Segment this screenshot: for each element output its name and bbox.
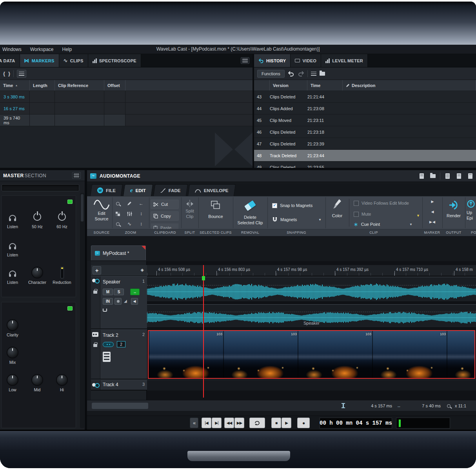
horizontal-scrollbar[interactable] <box>92 403 148 409</box>
ribbon-tab-fade[interactable]: FADE <box>153 184 188 196</box>
record-arm-button[interactable] <box>114 298 122 305</box>
track-header-speaker[interactable]: Speaker 1 M S ↔ IN ◢ ◀ <box>91 276 147 329</box>
history-row[interactable]: 47 Clips Deleted 21:23:39 <box>254 138 476 150</box>
lock-icon[interactable] <box>93 344 97 347</box>
plugin-on-indicator[interactable] <box>67 200 73 204</box>
redo-button[interactable] <box>298 71 304 76</box>
input-button[interactable]: IN <box>103 298 113 305</box>
play-button[interactable]: ▶ <box>282 418 291 428</box>
zoom-vertical-button[interactable]: ↕ <box>137 210 145 218</box>
mute-button[interactable]: M <box>103 289 113 295</box>
marker-row[interactable]: 16 s 27 ms <box>0 103 253 114</box>
tab-clips[interactable]: ∿ CLIPS <box>59 54 88 67</box>
hi-knob[interactable]: Hi <box>51 374 73 392</box>
mix-knob[interactable]: Mix <box>2 347 24 365</box>
ribbon-tab-file[interactable]: w FILE <box>90 184 123 196</box>
video-clip-selected[interactable]: 103 103 103 103 <box>148 330 475 379</box>
history-list-button[interactable] <box>311 71 316 76</box>
history-row[interactable]: 49 Clips Deleted 21:23:55 <box>254 162 476 168</box>
cut-button[interactable]: Cut <box>151 200 179 209</box>
zoom-edit-button[interactable] <box>125 200 133 207</box>
track-name[interactable]: Track 4 <box>103 382 118 387</box>
hum-50hz-control[interactable]: 50 Hz <box>26 211 48 229</box>
forward-button[interactable]: ▶▶ <box>234 418 244 428</box>
monitor-button[interactable]: ◀ <box>131 298 138 305</box>
menu-windows[interactable]: Windows <box>2 47 22 52</box>
marker-row-selected[interactable]: 39 s 740 ms <box>0 114 253 126</box>
zoom-to-start-button[interactable]: ← <box>137 200 145 207</box>
speaker-clip-lane-1[interactable] <box>147 277 476 302</box>
frame-rate-badge[interactable]: 2 <box>117 341 125 347</box>
column-length[interactable]: Length <box>30 80 55 91</box>
listen-control[interactable]: Listen <box>2 267 24 285</box>
snap-to-magnets-checkbox[interactable]: ✓ Snap to Magnets <box>272 203 312 208</box>
waveform-lane-1[interactable] <box>147 277 476 302</box>
more-files-icon[interactable] <box>466 172 474 180</box>
insert-marker-button[interactable]: ▶ <box>427 200 438 203</box>
zoom-audio-button[interactable]: ∿ <box>125 220 133 228</box>
go-to-end-button[interactable]: ▶| <box>212 418 222 428</box>
magnets-dropdown[interactable]: Magnets ▼ <box>272 217 322 222</box>
tab-metadata[interactable]: TA DATA <box>0 54 20 67</box>
ribbon-tab-envelope[interactable]: ENVELOPE <box>188 184 236 196</box>
track-header-track2[interactable]: Track 2 2 2 <box>91 329 147 380</box>
column-version[interactable]: Version <box>270 80 307 91</box>
insert-marker-right-button[interactable]: } <box>8 71 10 76</box>
filmstrip-icon[interactable] <box>103 352 111 362</box>
history-row[interactable]: 46 Clips Deleted 21:23:18 <box>254 126 476 138</box>
stop-button[interactable]: ■ <box>271 418 281 428</box>
column-description[interactable]: Description <box>343 80 476 91</box>
routing-button[interactable]: ↔ <box>130 289 140 295</box>
hum-60hz-control[interactable]: 60 Hz <box>51 211 73 229</box>
focus-track-icon[interactable]: ◈ <box>141 267 144 273</box>
loop-button[interactable] <box>249 418 265 428</box>
plugin-on-indicator[interactable] <box>67 306 73 311</box>
history-row[interactable]: 45 Clip Moved 21:23:11 <box>254 114 476 126</box>
low-knob[interactable]: Low <box>2 374 24 392</box>
column-time[interactable]: Time <box>307 80 343 91</box>
listen-control[interactable]: Listen <box>2 211 24 229</box>
playhead-marker[interactable] <box>202 276 205 280</box>
menu-workspace[interactable]: Workspace <box>30 47 54 52</box>
track4-lane[interactable] <box>147 380 476 391</box>
rewind-button[interactable]: ◀◀ <box>224 418 234 428</box>
zoom-factor-value[interactable]: x 11:1 <box>455 403 476 408</box>
tab-video[interactable]: VIDEO <box>291 54 321 67</box>
track-name[interactable]: Speaker <box>103 279 120 285</box>
menu-help[interactable]: Help <box>62 47 72 52</box>
insert-end-marker-button[interactable]: ◀ <box>427 210 438 214</box>
tab-level-meter[interactable]: LEVEL METER <box>321 54 368 67</box>
split-clip-button[interactable]: Split Clip <box>181 200 198 219</box>
tab-markers[interactable]: ⋈ MARKERS <box>20 54 59 67</box>
lock-icon[interactable] <box>93 291 97 294</box>
column-offset[interactable]: Offset <box>104 80 125 91</box>
history-row-selected[interactable]: 48 Track Deleted 21:23:44 <box>254 150 476 162</box>
master-scrollbar[interactable] <box>80 193 84 428</box>
link-toggle[interactable] <box>103 342 114 347</box>
functions-button[interactable]: Functions <box>257 70 285 78</box>
listen-control[interactable]: Listen <box>2 240 24 257</box>
video-follows-edit-mode-checkbox[interactable]: Video Follows Edit Mode <box>354 200 409 206</box>
column-time[interactable]: Time ▲ <box>0 80 30 91</box>
zoom-selection-button[interactable] <box>114 200 122 207</box>
document-tab-mypodcast[interactable]: ~ MyPodcast * <box>91 245 146 260</box>
insert-marker-pair-button[interactable]: ▶◀ <box>426 220 439 224</box>
open-folder-button[interactable] <box>320 72 325 76</box>
zoom-fit-button[interactable]: ↕ <box>137 220 145 228</box>
track-header-track4[interactable]: Track 4 3 <box>91 380 147 391</box>
tab-spectroscope[interactable]: SPECTROSCOPE <box>88 54 141 67</box>
tab-history[interactable]: HISTORY <box>254 54 291 67</box>
track-name[interactable]: Track 2 <box>103 332 118 338</box>
render-button[interactable]: Render <box>442 200 465 218</box>
delete-selected-clip-button[interactable]: Delete Selected Clip <box>233 200 267 225</box>
collapse-transport-button[interactable]: « <box>190 418 198 428</box>
insert-marker-left-button[interactable]: { <box>3 71 5 76</box>
history-row[interactable]: 43 Clips Deleted 21:21:44 <box>254 91 476 103</box>
edit-source-button[interactable]: Edit Source <box>91 199 112 222</box>
edit-file-icon[interactable] <box>454 172 463 180</box>
character-knob[interactable]: Character <box>26 267 48 285</box>
add-track-button[interactable]: + <box>93 266 101 274</box>
undo-button[interactable] <box>288 71 294 76</box>
clip-color-button[interactable]: Color <box>328 199 347 218</box>
open-folder-icon[interactable] <box>429 172 437 180</box>
